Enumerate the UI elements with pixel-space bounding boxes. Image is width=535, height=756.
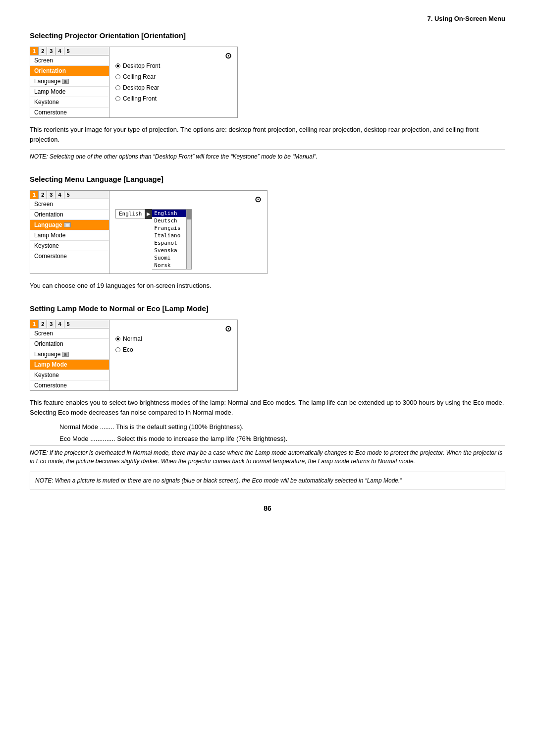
section3-note1: NOTE: If the projector is overheated in …	[30, 445, 505, 466]
section3-note1-text: NOTE: If the projector is overheated in …	[30, 449, 502, 465]
menu-tabs-lampmode: 1 2 3 4 5	[30, 320, 109, 328]
menu-item-screen-lamp[interactable]: Screen	[30, 328, 109, 339]
radio-eco	[115, 347, 120, 352]
eco-mode-text: Eco Mode .............. Select this mode…	[59, 434, 505, 444]
menu-item-keystone-lang[interactable]: Keystone	[30, 241, 109, 251]
menu-item-lampmode-lang[interactable]: Lamp Mode	[30, 230, 109, 241]
lang-arrow-icon[interactable]: ▶	[145, 209, 152, 219]
section-language: Selecting Menu Language [Language] 1 2 3…	[30, 175, 505, 291]
option-eco[interactable]: Eco	[115, 346, 231, 353]
radio-ceiling-rear	[115, 74, 120, 79]
menu-item-cornerstone-lamp[interactable]: Cornerstone	[30, 380, 109, 390]
tab-5-lamp[interactable]: 5	[64, 320, 72, 328]
section3-note2-box: NOTE: When a picture is muted or there a…	[30, 472, 505, 489]
tab-2-lamp[interactable]: 2	[39, 320, 47, 328]
menu-item-lampmode-active[interactable]: Lamp Mode	[30, 360, 109, 370]
menu-item-screen-lang[interactable]: Screen	[30, 199, 109, 210]
lang-item-francais[interactable]: Français	[152, 224, 186, 232]
tab-3-lang[interactable]: 3	[47, 191, 55, 199]
language-icon: ⊞	[62, 79, 69, 84]
tab-1-lang[interactable]: 1	[30, 191, 39, 199]
tab-1[interactable]: 1	[30, 47, 39, 55]
lang-item-svenska[interactable]: Svenska	[152, 247, 186, 254]
lang-current-value[interactable]: English	[115, 209, 145, 218]
menu-right-orientation: ⊙ Desktop Front Ceiling Rear Desktop Rea…	[109, 47, 237, 117]
projector-icon-lamp: ⊙	[115, 324, 231, 333]
section1-note: NOTE: Selecting one of the other options…	[30, 149, 505, 161]
menu-item-screen[interactable]: Screen	[30, 55, 109, 66]
label-desktop-rear: Desktop Rear	[123, 84, 159, 91]
lang-item-espanol[interactable]: Español	[152, 239, 186, 247]
tab-3-lamp[interactable]: 3	[47, 320, 55, 328]
option-desktop-front[interactable]: Desktop Front	[115, 62, 231, 69]
tab-4-lang[interactable]: 4	[55, 191, 64, 199]
label-ceiling-front: Ceiling Front	[123, 95, 157, 102]
option-normal[interactable]: Normal	[115, 335, 231, 342]
lang-scrollbar[interactable]	[186, 210, 191, 269]
language-icon-3: ⊞	[62, 352, 69, 357]
tab-1-lamp[interactable]: 1	[30, 320, 39, 328]
section1-description: This reorients your image for your type …	[30, 125, 505, 144]
orientation-menu: 1 2 3 4 5 Screen Orientation Language ⊞ …	[30, 47, 238, 118]
label-eco: Eco	[123, 346, 133, 353]
menu-item-language-lang[interactable]: Language ⊞	[30, 220, 109, 230]
radio-desktop-rear	[115, 85, 120, 90]
menu-item-language-lamp[interactable]: Language ⊞	[30, 349, 109, 360]
projector-symbol: ⊙	[225, 51, 231, 60]
lang-list: English Deutsch Français Italiano Españo…	[152, 209, 192, 270]
projector-symbol-lang: ⊙	[255, 195, 261, 204]
section1-note-text: NOTE: Selecting one of the other options…	[30, 153, 318, 160]
menu-item-orientation-lang[interactable]: Orientation	[30, 210, 109, 220]
option-ceiling-rear[interactable]: Ceiling Rear	[115, 73, 231, 80]
lang-submenu: English ▶ English Deutsch Français Itali…	[115, 209, 261, 270]
projector-icon-lang: ⊙	[115, 195, 261, 204]
menu-right-language: ⊙ English ▶ English Deutsch Français Ita…	[109, 191, 267, 273]
lang-item-italiano[interactable]: Italiano	[152, 232, 186, 239]
projector-symbol-lamp: ⊙	[225, 324, 231, 333]
lang-scrollbar-thumb	[187, 210, 192, 219]
projector-icon-orientation: ⊙	[115, 51, 231, 60]
page-number: 86	[30, 504, 505, 512]
tab-2-lang[interactable]: 2	[39, 191, 47, 199]
menu-item-cornerstone-lang[interactable]: Cornerstone	[30, 251, 109, 261]
tab-5-lang[interactable]: 5	[64, 191, 72, 199]
menu-item-orientation[interactable]: Orientation	[30, 66, 109, 76]
lang-item-suomi[interactable]: Suomi	[152, 254, 186, 262]
menu-item-cornerstone[interactable]: Cornerstone	[30, 108, 109, 117]
section2-description: You can choose one of 19 languages for o…	[30, 281, 505, 291]
menu-tabs-orientation: 1 2 3 4 5	[30, 47, 109, 55]
tab-4-lamp[interactable]: 4	[55, 320, 64, 328]
menu-left-language: 1 2 3 4 5 Screen Orientation Language ⊞ …	[30, 191, 109, 273]
label-ceiling-rear: Ceiling Rear	[123, 73, 156, 80]
section3-description1: This feature enables you to select two b…	[30, 398, 505, 417]
tab-2[interactable]: 2	[39, 47, 47, 55]
language-icon-2: ⊞	[64, 222, 71, 227]
lang-item-deutsch[interactable]: Deutsch	[152, 217, 186, 224]
label-desktop-front: Desktop Front	[123, 62, 160, 69]
label-normal: Normal	[123, 335, 142, 342]
menu-item-keystone[interactable]: Keystone	[30, 97, 109, 108]
menu-item-language[interactable]: Language ⊞	[30, 76, 109, 87]
menu-item-lampmode[interactable]: Lamp Mode	[30, 87, 109, 97]
tab-4[interactable]: 4	[55, 47, 64, 55]
menu-right-lampmode: ⊙ Normal Eco	[109, 320, 237, 390]
section-lampmode: Setting Lamp Mode to Normal or Eco [Lamp…	[30, 304, 505, 489]
radio-desktop-front	[115, 63, 120, 68]
language-selector-container: English ▶ English Deutsch Français Itali…	[115, 209, 261, 270]
menu-left-lampmode: 1 2 3 4 5 Screen Orientation Language ⊞ …	[30, 320, 109, 390]
section-orientation: Selecting Projector Orientation [Orienta…	[30, 31, 505, 161]
tab-5[interactable]: 5	[64, 47, 72, 55]
option-ceiling-front[interactable]: Ceiling Front	[115, 95, 231, 102]
radio-normal	[115, 336, 120, 341]
page-header: 7. Using On-Screen Menu	[30, 15, 505, 22]
lang-item-norsk[interactable]: Norsk	[152, 262, 186, 269]
option-desktop-rear[interactable]: Desktop Rear	[115, 84, 231, 91]
menu-item-orientation-lamp[interactable]: Orientation	[30, 339, 109, 349]
tab-3[interactable]: 3	[47, 47, 55, 55]
menu-tabs-language: 1 2 3 4 5	[30, 191, 109, 199]
header-title: 7. Using On-Screen Menu	[428, 15, 505, 22]
normal-mode-text: Normal Mode ........ This is the default…	[59, 422, 505, 432]
menu-item-keystone-lamp[interactable]: Keystone	[30, 370, 109, 380]
lang-item-english[interactable]: English	[152, 210, 186, 217]
section3-heading: Setting Lamp Mode to Normal or Eco [Lamp…	[30, 304, 505, 313]
